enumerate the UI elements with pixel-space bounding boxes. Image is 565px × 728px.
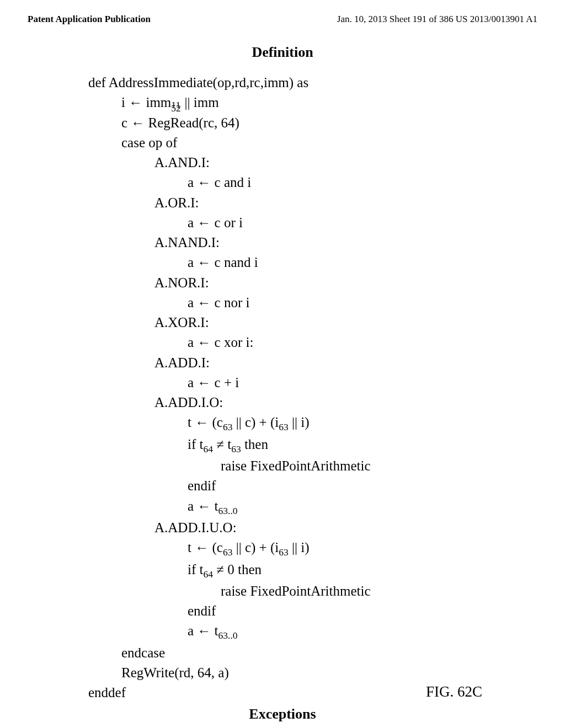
- code-line: a ← c + i: [88, 373, 504, 393]
- code-line: case op of: [88, 133, 504, 153]
- code-line: RegWrite(rd, 64, a): [88, 663, 504, 683]
- code-line: if t64 ≠ 0 then: [88, 560, 504, 581]
- code-line: a ← c nand i: [88, 253, 504, 272]
- figure-label: FIG. 62C: [426, 683, 482, 700]
- code-line: A.ADD.I.O:: [88, 393, 504, 413]
- code-line: A.ADD.I.U.O:: [88, 518, 504, 538]
- code-line: endcase: [88, 643, 504, 663]
- code-line: raise FixedPointArithmetic: [88, 456, 504, 476]
- code-line: a ← t63..0: [88, 496, 504, 518]
- code-line: t ← (c63 || c) + (i63 || i): [88, 413, 504, 434]
- exceptions-title: Exceptions: [28, 706, 537, 722]
- code-line: i ← imm5211 || imm: [88, 93, 504, 113]
- code-line: A.ADD.I:: [88, 353, 504, 373]
- code-line: a ← t63..0: [88, 621, 504, 643]
- code-line: c ← RegRead(rc, 64): [88, 113, 504, 133]
- definition-title: Definition: [28, 44, 537, 61]
- code-line: def AddressImmediate(op,rd,rc,imm) as: [88, 73, 504, 93]
- code-line: a ← c xor i:: [88, 333, 504, 352]
- pseudocode-block: def AddressImmediate(op,rd,rc,imm) as i …: [88, 73, 504, 703]
- code-line: A.NOR.I:: [88, 273, 504, 293]
- code-line: t ← (c63 || c) + (i63 || i): [88, 538, 504, 559]
- code-line: A.OR.I:: [88, 193, 504, 213]
- code-line: A.NAND.I:: [88, 233, 504, 253]
- code-line: endif: [88, 601, 504, 621]
- code-line: a ← c or i: [88, 213, 504, 233]
- header-date-sheet: Jan. 10, 2013 Sheet 191 of 386 US 2013/0…: [337, 14, 537, 25]
- code-line: A.XOR.I:: [88, 313, 504, 333]
- code-line: a ← c nor i: [88, 293, 504, 313]
- code-line: if t64 ≠ t63 then: [88, 435, 504, 456]
- code-line: endif: [88, 476, 504, 496]
- code-line: raise FixedPointArithmetic: [88, 581, 504, 601]
- header-publication: Patent Application Publication: [28, 14, 151, 25]
- code-line: a ← c and i: [88, 173, 504, 192]
- code-line: A.AND.I:: [88, 153, 504, 173]
- page-header: Patent Application Publication Jan. 10, …: [28, 14, 537, 25]
